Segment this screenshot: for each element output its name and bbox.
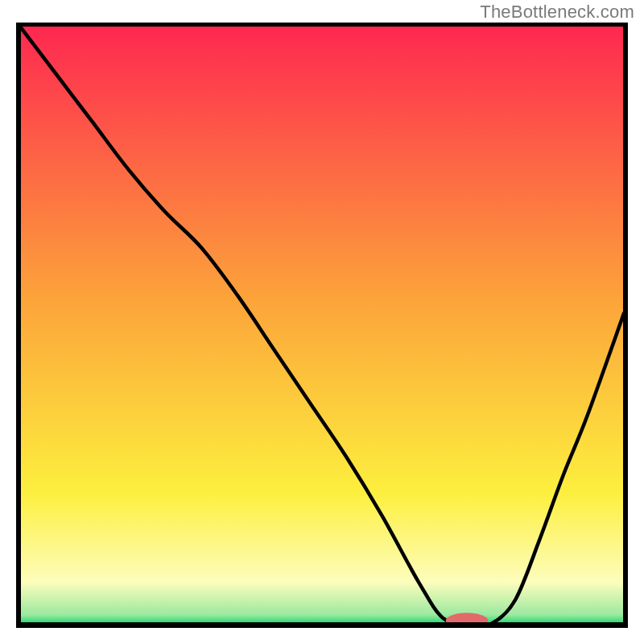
chart-svg	[20, 27, 624, 624]
chart-plot-area	[20, 27, 624, 624]
watermark-text: TheBottleneck.com	[480, 2, 634, 23]
chart-container: TheBottleneck.com	[0, 0, 644, 644]
chart-background	[20, 27, 624, 624]
